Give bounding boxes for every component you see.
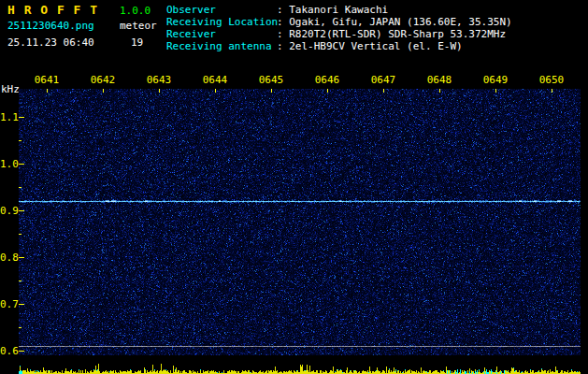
info-value: : 2el-HB9CV Vertical (el. E-W) <box>277 40 463 52</box>
x-tick-label: 0648 <box>426 74 452 86</box>
info-label: Receiver <box>166 28 277 40</box>
info-row-observer: Observer: Takanori Kawachi <box>166 4 388 16</box>
x-tick-label: 0645 <box>258 74 284 86</box>
x-tick-label: 0644 <box>202 74 228 86</box>
x-tick-label: 0642 <box>90 74 116 86</box>
y-tick-label: 1.1 <box>0 111 16 123</box>
info-label: Receiving antenna <box>166 40 277 52</box>
y-tick-label: 0.7 <box>0 298 16 310</box>
filename: 2511230640.png <box>7 20 94 32</box>
app-version: 1.0.0 <box>120 5 151 17</box>
info-row-antenna: Receiving antenna: 2el-HB9CV Vertical (e… <box>166 40 463 52</box>
x-tick-label: 0650 <box>538 74 565 86</box>
y-tick-label: 1.0 <box>0 158 16 170</box>
datetime: 25.11.23 06:40 <box>7 36 94 49</box>
y-axis-unit: kHz <box>1 83 20 95</box>
level-strip-canvas <box>19 359 581 374</box>
info-value: : Takanori Kawachi <box>277 4 388 16</box>
y-tick-label: 0.8 <box>0 252 16 264</box>
info-value: : Ogaki, Gifu, JAPAN (136.60E, 35.35N) <box>277 16 512 28</box>
spectrogram-canvas <box>19 89 581 355</box>
info-label: Observer <box>166 4 277 16</box>
y-tick-label: 0.6 <box>0 345 16 357</box>
info-value: : R820T2(RTL-SDR) SDR-Sharp 53.372MHz <box>277 28 506 40</box>
app-title: H R O F F T <box>7 3 98 17</box>
x-tick-label: 0646 <box>314 74 340 86</box>
x-tick-label: 0641 <box>34 74 60 86</box>
x-tick-label: 0643 <box>146 74 172 86</box>
info-label: Receiving Location <box>166 16 277 28</box>
info-row-location: Receiving Location: Ogaki, Gifu, JAPAN (… <box>166 16 512 28</box>
hrofft-screen: H R O F F T 1.0.0 2511230640.png meteor … <box>0 0 588 374</box>
echo-count: 19 <box>131 36 143 49</box>
mode-label: meteor <box>120 20 157 32</box>
info-row-receiver: Receiver: R820T2(RTL-SDR) SDR-Sharp 53.3… <box>166 28 506 40</box>
x-tick-label: 0647 <box>370 74 396 86</box>
y-tick-label: 0.9 <box>0 205 16 217</box>
x-tick-label: 0649 <box>482 74 509 86</box>
